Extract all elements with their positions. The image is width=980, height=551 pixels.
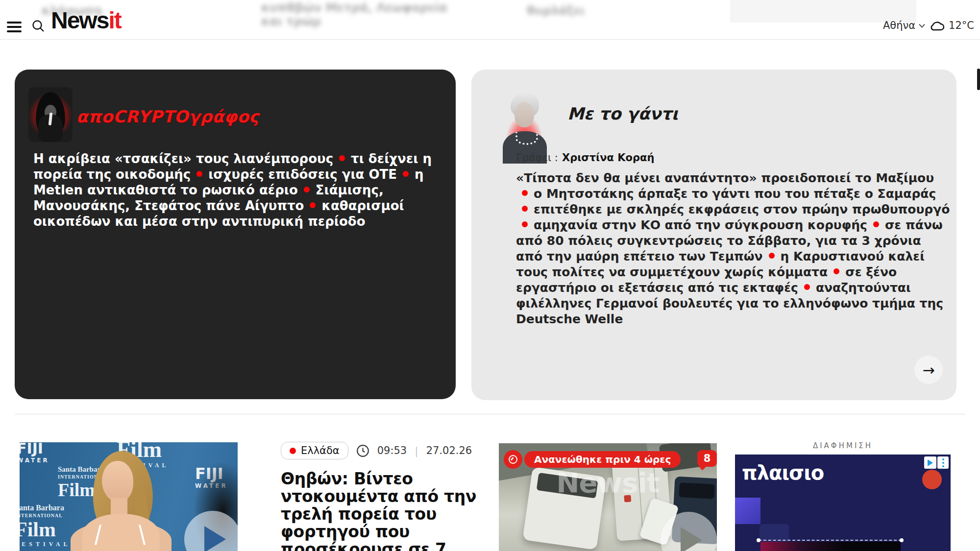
ticker-segment: «Τίποτα δεν θα μένει αναπάντητο» προειδο…: [516, 171, 934, 185]
celebrity-video-card[interactable]: FIJIWATER FilmFESTIVAL Santa BarbaraINTE…: [20, 442, 238, 551]
category-dot-icon: [290, 448, 296, 454]
ticker-segment: ισχυρές επιδόσεις για ΟΤΕ: [208, 167, 397, 182]
ticker-segment: αμηχανία στην ΚΟ από την σύγκρουση κορυφ…: [534, 218, 867, 232]
updated-clock-icon: [504, 450, 522, 469]
crypto-column-title: αποCRYPTOγράφος: [76, 107, 259, 126]
read-more-arrow-button[interactable]: →: [914, 356, 943, 384]
ad-red-circle-graphic: [922, 470, 942, 489]
bullet-separator-icon: [769, 253, 775, 259]
ganti-column-title: Με το γάντι: [567, 104, 678, 123]
cctv-video-card[interactable]: Newsit Ανανεώθηκε πριν 4 ώρες 8: [499, 443, 717, 551]
logo-text-black: News: [51, 7, 108, 33]
ganti-column-card[interactable]: Με το γάντι Γράφει :Χριστίνα Κοραή «Τίπο…: [471, 70, 956, 400]
bullet-separator-icon: [522, 190, 528, 196]
byline-label: Γράφει :: [516, 152, 558, 164]
play-icon: [681, 527, 702, 551]
ticker-segment: επιτέθηκε με σκληρές εκφράσεις στον πρώη…: [534, 202, 950, 216]
bullet-separator-icon: [196, 171, 202, 177]
bullet-separator-icon: [304, 187, 310, 192]
adchoices-icon[interactable]: [924, 456, 936, 469]
story-date: 27.02.26: [426, 445, 472, 456]
advertisement-label: ΔΙΑΦΗΜΙΣΗ: [735, 441, 951, 450]
bullet-separator-icon: [403, 171, 409, 177]
newsit-logo[interactable]: Newsit: [51, 9, 121, 32]
story-meta-row: Ελλάδα 09:53 | 27.02.26: [281, 442, 491, 459]
section-divider: [15, 414, 965, 414]
updated-badge: Ανανεώθηκε πριν 4 ώρες: [524, 451, 681, 468]
bullet-separator-icon: [833, 268, 839, 274]
advertisement-banner[interactable]: πλαισιο: [735, 455, 951, 551]
ticker-segment: ο Μητσοτάκης άρπαξε το γάντι που του πέτ…: [534, 187, 936, 201]
weather-city: Αθήνα: [883, 20, 915, 31]
newsit-homepage: κλήρωση κυπθβών Μετρά, Λεωφορεία και τρώ…: [0, 0, 980, 551]
play-icon: [204, 526, 226, 551]
weather-temp: 12°C: [949, 20, 974, 31]
bullet-separator-icon: [873, 221, 879, 227]
scrollbar-thumb[interactable]: [977, 69, 980, 90]
bullet-separator-icon: [804, 284, 810, 290]
bullet-separator-icon: [522, 206, 528, 212]
ad-menu-dots-icon[interactable]: [937, 456, 949, 469]
crypto-column-summary: Η ακρίβεια «τσακίζει» τους λιανέμπορουςτ…: [33, 151, 442, 229]
search-icon[interactable]: [31, 19, 45, 33]
ad-purple-square-graphic: [735, 498, 760, 524]
backdrop-logo-santabarbara-left: Santa BarbaraINTERNATIONAL Film FESTIVAL: [20, 504, 71, 547]
play-button[interactable]: [184, 511, 238, 551]
weather-widget[interactable]: Αθήνα 12°C: [883, 20, 974, 31]
arrow-right-icon: →: [922, 361, 934, 379]
cloud-icon: [929, 20, 945, 31]
crypto-column-card[interactable]: αποCRYPTOγράφος Η ακρίβεια «τσακίζει» το…: [15, 70, 456, 399]
category-label: Ελλάδα: [301, 445, 340, 456]
byline-author: Χριστίνα Κοραή: [562, 152, 655, 164]
chevron-down-icon: [919, 24, 925, 28]
crypto-columnist-avatar: [28, 87, 73, 142]
newsit-watermark: Newsit: [499, 467, 717, 499]
story-headline[interactable]: Θηβών: Βίντεο ντοκουμέντα από την τρελή …: [281, 470, 478, 551]
logo-text-red: it: [108, 7, 121, 33]
ad-brand-logo: πλαισιο: [742, 461, 824, 484]
person-face: [102, 461, 133, 502]
comment-count-badge[interactable]: 8: [697, 450, 717, 467]
header-divider: [0, 39, 980, 40]
menu-hamburger-button[interactable]: [7, 22, 22, 32]
category-pill[interactable]: Ελλάδα: [281, 442, 348, 459]
blurred-headline-fragment: θυρλάξει: [527, 4, 585, 18]
ad-product-image: [760, 542, 901, 551]
blurred-headline-fragment: κυπθβών Μετρά, Λεωφορεία και τρώμ: [261, 1, 472, 28]
story-time: 09:53: [377, 445, 407, 456]
ganti-column-summary: «Τίποτα δεν θα μένει αναπάντητο» προειδο…: [516, 170, 950, 327]
ticker-segment: Η ακρίβεια «τσακίζει» τους λιανέμπορους: [33, 151, 333, 166]
backdrop-logo-fiji: FIJIWATER: [20, 442, 49, 463]
ad-dashed-selection: [759, 540, 902, 541]
meta-separator: |: [415, 445, 418, 457]
ganti-byline: Γράφει :Χριστίνα Κοραή: [516, 152, 654, 164]
story-column: Ελλάδα 09:53 | 27.02.26 Θηβών: Βίντεο ντ…: [281, 442, 491, 551]
bullet-separator-icon: [522, 221, 528, 227]
bullet-separator-icon: [339, 155, 345, 161]
bullet-separator-icon: [310, 202, 316, 208]
clock-icon: [356, 444, 369, 457]
